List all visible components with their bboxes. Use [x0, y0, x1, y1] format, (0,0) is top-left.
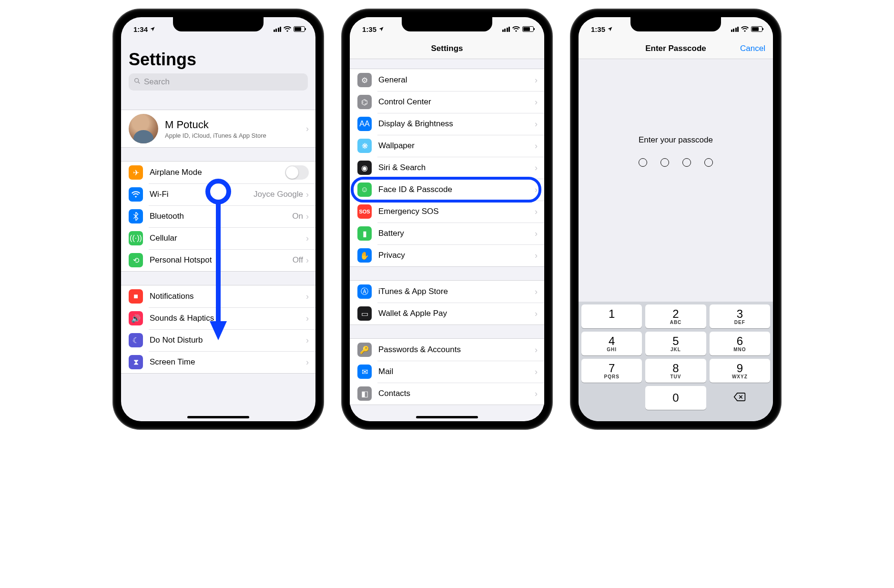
- notifications-group: ■Notifications›🔊Sounds & Haptics›☾Do Not…: [121, 285, 315, 374]
- search-placeholder: Search: [144, 77, 170, 87]
- signal-icon: [502, 27, 510, 32]
- screen-3: 1:35 Enter Passcode Cancel Enter your pa…: [579, 17, 773, 421]
- home-indicator[interactable]: [187, 416, 249, 418]
- settings-row-wallpaper[interactable]: ❋Wallpaper›: [350, 135, 544, 157]
- notifications-icon: ■: [129, 289, 143, 304]
- settings-row-wallet-apple-pay[interactable]: ▭Wallet & Apple Pay›: [350, 303, 544, 324]
- row-detail: Off: [293, 255, 303, 265]
- keypad-delete[interactable]: [710, 386, 770, 410]
- keypad-8[interactable]: 8TUV: [645, 359, 706, 383]
- settings-row-contacts[interactable]: ◧Contacts›: [350, 383, 544, 405]
- passcode-dot: [639, 158, 647, 167]
- settings-row-itunes-app-store[interactable]: ⒶiTunes & App Store›: [350, 281, 544, 303]
- settings-row-personal-hotspot[interactable]: ⟲Personal HotspotOff›: [121, 249, 315, 271]
- passcode-area: Enter your passcode: [579, 59, 773, 167]
- profile-row[interactable]: M Potuck Apple ID, iCloud, iTunes & App …: [121, 110, 315, 147]
- settings-row-display-brightness[interactable]: AADisplay & Brightness›: [350, 113, 544, 135]
- chevron-right-icon: ›: [306, 124, 309, 134]
- settings-row-cellular[interactable]: ((·))Cellular›: [121, 227, 315, 249]
- numeric-keypad: 1 2ABC3DEF4GHI5JKL6MNO7PQRS8TUV9WXYZ0: [579, 302, 773, 421]
- keypad-1[interactable]: 1: [581, 304, 642, 328]
- accounts-group: 🔑Passwords & Accounts›✉︎Mail›◧Contacts›: [350, 338, 544, 405]
- settings-row-siri-search[interactable]: ◉Siri & Search›: [350, 157, 544, 179]
- location-icon: [150, 25, 155, 33]
- key-number: 1: [609, 308, 615, 320]
- settings-row-do-not-disturb[interactable]: ☾Do Not Disturb›: [121, 329, 315, 351]
- settings-row-emergency-sos[interactable]: SOSEmergency SOS›: [350, 201, 544, 223]
- chevron-right-icon: ›: [535, 119, 538, 129]
- settings-row-bluetooth[interactable]: BluetoothOn›: [121, 205, 315, 227]
- key-letters: JKL: [670, 347, 681, 352]
- battery-icon: [294, 26, 305, 32]
- avatar: [129, 114, 158, 143]
- navbar-title: Enter Passcode: [645, 44, 706, 53]
- row-label: General: [378, 75, 535, 85]
- keypad-6[interactable]: 6MNO: [710, 332, 770, 355]
- passcode-dots: [579, 158, 773, 167]
- screen-1: 1:34 Settings Search: [121, 17, 315, 421]
- battery-icon: [522, 26, 534, 32]
- passcode-prompt: Enter your passcode: [579, 135, 773, 145]
- bluetooth-icon: [129, 209, 143, 223]
- key-number: 7: [609, 363, 615, 374]
- settings-row-general[interactable]: ⚙︎General›: [350, 69, 544, 91]
- settings-row-passwords-accounts[interactable]: 🔑Passwords & Accounts›: [350, 339, 544, 361]
- svg-point-0: [135, 78, 139, 82]
- cancel-button[interactable]: Cancel: [740, 44, 765, 53]
- settings-row-battery[interactable]: ▮Battery›: [350, 223, 544, 244]
- keypad-0[interactable]: 0: [645, 386, 706, 410]
- notch: [173, 17, 264, 31]
- settings-row-airplane-mode[interactable]: ✈︎Airplane Mode: [121, 162, 315, 183]
- key-letters: ABC: [670, 320, 682, 325]
- wifi-icon: [512, 25, 520, 33]
- row-label: iTunes & App Store: [378, 287, 535, 296]
- chevron-right-icon: ›: [306, 233, 309, 243]
- row-label: Privacy: [378, 251, 535, 260]
- chevron-right-icon: ›: [535, 287, 538, 297]
- settings-row-screen-time[interactable]: ⧗Screen Time›: [121, 351, 315, 373]
- row-label: Cellular: [150, 233, 306, 243]
- chevron-right-icon: ›: [535, 309, 538, 319]
- settings-row-mail[interactable]: ✉︎Mail›: [350, 361, 544, 383]
- privacy-icon: ✋: [357, 248, 372, 263]
- row-label: Wallet & Apple Pay: [378, 309, 535, 318]
- row-label: Mail: [378, 367, 535, 376]
- passcode-dot: [704, 158, 713, 167]
- location-icon: [607, 25, 613, 33]
- settings-row-privacy[interactable]: ✋Privacy›: [350, 244, 544, 266]
- key-letters: DEF: [734, 320, 745, 325]
- home-indicator[interactable]: [416, 416, 478, 418]
- keypad-3[interactable]: 3DEF: [710, 304, 770, 328]
- toggle-switch[interactable]: [285, 165, 309, 180]
- key-number: 6: [737, 335, 743, 347]
- key-number: 8: [672, 363, 679, 374]
- search-input[interactable]: Search: [129, 73, 308, 91]
- keypad-2[interactable]: 2ABC: [645, 304, 706, 328]
- chevron-right-icon: ›: [535, 389, 538, 399]
- chevron-right-icon: ›: [535, 367, 538, 377]
- settings-row-wi-fi[interactable]: Wi-FiJoyce Google›: [121, 183, 315, 205]
- key-number: 9: [737, 363, 743, 374]
- chevron-right-icon: ›: [535, 97, 538, 107]
- general-group: ⚙︎General›⌬Control Center›AADisplay & Br…: [350, 69, 544, 267]
- status-time: 1:35: [362, 25, 376, 33]
- row-label: Do Not Disturb: [150, 335, 306, 345]
- settings-row-notifications[interactable]: ■Notifications›: [121, 285, 315, 307]
- passcode-dot: [682, 158, 691, 167]
- phone-frame-2: 1:35 Settings ⚙︎General›⌬Control Center›…: [342, 10, 552, 429]
- keypad-9[interactable]: 9WXYZ: [710, 359, 770, 383]
- keypad-4[interactable]: 4GHI: [581, 332, 642, 355]
- phone-frame-3: 1:35 Enter Passcode Cancel Enter your pa…: [571, 10, 781, 429]
- row-label: Screen Time: [150, 357, 306, 367]
- settings-row-sounds-haptics[interactable]: 🔊Sounds & Haptics›: [121, 307, 315, 329]
- settings-row-control-center[interactable]: ⌬Control Center›: [350, 91, 544, 113]
- navbar: Settings: [350, 38, 544, 59]
- passwords-icon: 🔑: [357, 343, 372, 357]
- row-label: Notifications: [150, 292, 306, 301]
- keypad-7[interactable]: 7PQRS: [581, 359, 642, 383]
- keypad-spacer: [581, 386, 642, 410]
- settings-row-face-id-passcode[interactable]: ☺Face ID & Passcode›: [350, 179, 544, 201]
- chevron-right-icon: ›: [535, 185, 538, 195]
- row-label: Bluetooth: [150, 212, 292, 221]
- keypad-5[interactable]: 5JKL: [645, 332, 706, 355]
